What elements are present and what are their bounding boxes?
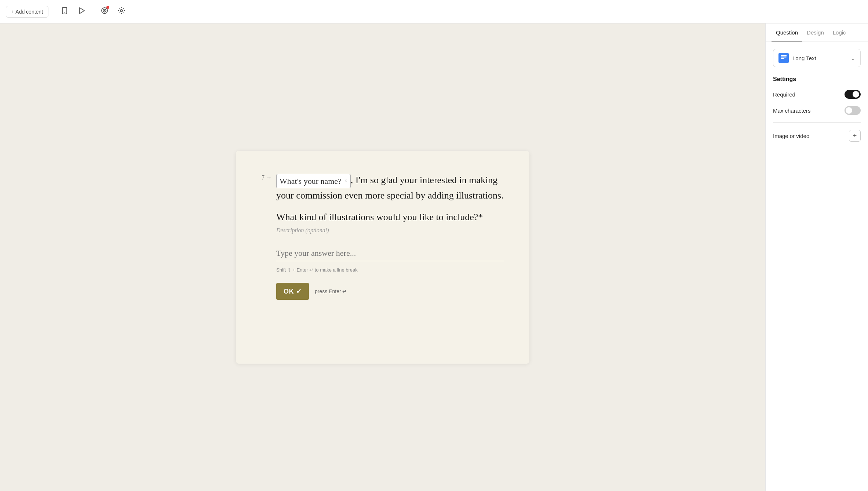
mobile-icon bbox=[61, 7, 69, 17]
add-image-video-button[interactable]: + bbox=[849, 130, 861, 142]
type-selector[interactable]: Long Text ⌄ bbox=[773, 49, 861, 67]
svg-point-1 bbox=[64, 12, 65, 13]
svg-point-5 bbox=[104, 10, 105, 11]
image-video-label: Image or video bbox=[773, 133, 809, 139]
target-button[interactable] bbox=[98, 4, 112, 19]
add-content-label: + Add content bbox=[11, 9, 43, 15]
main-layout: 7 → What's your name? × , I'm so glad yo… bbox=[0, 23, 868, 491]
question-number: 7 → bbox=[262, 174, 272, 181]
shift-hint: Shift ⇧ + Enter ↵ to make a line break bbox=[276, 267, 504, 273]
play-icon bbox=[77, 7, 85, 17]
ok-row: OK ✓ press Enter ↵ bbox=[276, 283, 504, 300]
question-description: Description (optional) bbox=[276, 227, 504, 234]
tab-logic[interactable]: Logic bbox=[828, 23, 850, 41]
max-characters-label: Max characters bbox=[773, 108, 811, 114]
max-characters-setting-row: Max characters bbox=[773, 106, 861, 115]
right-panel: Question Design Logic bbox=[765, 23, 868, 491]
long-text-icon bbox=[781, 55, 787, 61]
required-label: Required bbox=[773, 91, 795, 98]
name-chip[interactable]: What's your name? × bbox=[276, 174, 351, 188]
svg-point-6 bbox=[120, 10, 123, 12]
settings-title: Settings bbox=[773, 76, 861, 83]
toolbar-divider-1 bbox=[53, 7, 53, 17]
max-characters-toggle[interactable] bbox=[845, 106, 861, 115]
canvas-area: 7 → What's your name? × , I'm so glad yo… bbox=[0, 23, 765, 491]
settings-button[interactable] bbox=[114, 4, 128, 19]
svg-marker-2 bbox=[80, 8, 84, 14]
tab-question[interactable]: Question bbox=[772, 23, 802, 41]
question-main-text: What kind of illustrations would you lik… bbox=[276, 210, 504, 224]
chevron-down-icon: ⌄ bbox=[850, 55, 855, 62]
question-text-block: What's your name? × , I'm so glad your i… bbox=[276, 173, 504, 300]
gear-icon bbox=[117, 7, 125, 17]
image-video-row: Image or video + bbox=[773, 130, 861, 142]
press-enter-hint: press Enter ↵ bbox=[315, 288, 347, 294]
svg-rect-7 bbox=[781, 55, 787, 56]
plus-icon: + bbox=[853, 132, 857, 140]
svg-rect-8 bbox=[781, 57, 787, 58]
add-content-button[interactable]: + Add content bbox=[6, 6, 48, 18]
form-card: 7 → What's your name? × , I'm so glad yo… bbox=[236, 151, 529, 364]
type-label: Long Text bbox=[792, 55, 847, 61]
ok-button[interactable]: OK ✓ bbox=[276, 283, 309, 300]
toolbar-divider-2 bbox=[93, 7, 93, 17]
question-header: 7 → What's your name? × , I'm so glad yo… bbox=[262, 173, 504, 300]
required-setting-row: Required bbox=[773, 90, 861, 99]
toolbar: + Add content bbox=[0, 0, 868, 23]
settings-divider bbox=[773, 122, 861, 123]
tab-design[interactable]: Design bbox=[802, 23, 828, 41]
play-button[interactable] bbox=[74, 4, 88, 19]
notification-dot bbox=[106, 6, 109, 9]
panel-content: Long Text ⌄ Settings Required Max charac… bbox=[766, 41, 868, 491]
mobile-view-button[interactable] bbox=[58, 4, 72, 19]
svg-rect-9 bbox=[781, 58, 784, 59]
name-chip-close-icon[interactable]: × bbox=[344, 178, 347, 183]
required-toggle[interactable] bbox=[845, 90, 861, 99]
panel-tabs: Question Design Logic bbox=[766, 23, 868, 41]
answer-input[interactable] bbox=[276, 246, 504, 261]
ok-label: OK ✓ bbox=[284, 287, 302, 295]
name-chip-label: What's your name? bbox=[280, 175, 342, 187]
question-intro: What's your name? × , I'm so glad your i… bbox=[276, 173, 504, 203]
type-icon bbox=[778, 53, 789, 63]
